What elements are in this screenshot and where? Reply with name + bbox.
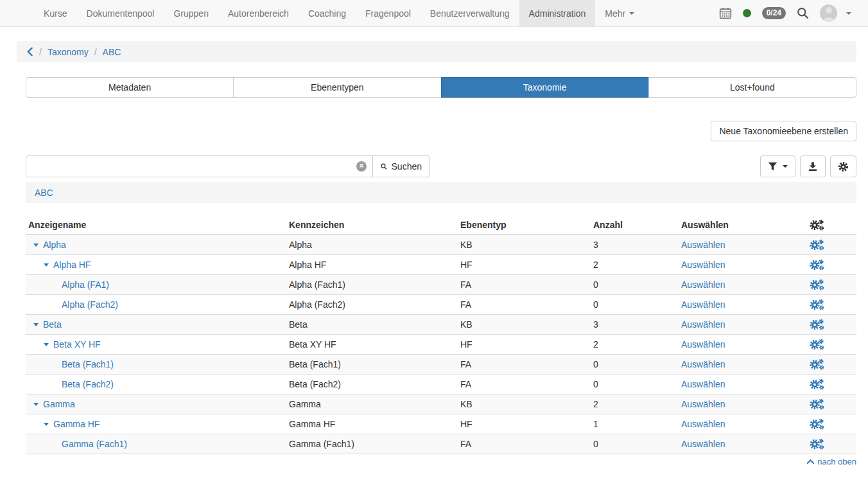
row-tools-cell xyxy=(807,438,856,450)
auswaehlen-link[interactable]: Auswählen xyxy=(681,299,725,310)
ebenentyp-cell: HF xyxy=(458,260,591,270)
tab-taxonomie[interactable]: Taxonomie xyxy=(441,77,649,98)
cogs-icon[interactable] xyxy=(810,398,824,411)
anzeigename-cell: Beta xyxy=(26,319,286,330)
avatar xyxy=(820,4,837,22)
cogs-icon[interactable] xyxy=(810,339,824,351)
cogs-icon[interactable] xyxy=(810,418,824,430)
table-settings-button[interactable] xyxy=(830,155,856,177)
auswaehlen-cell: Auswählen xyxy=(679,399,807,409)
tab-metadaten[interactable]: Metadaten xyxy=(26,77,234,98)
taxonomy-level-link[interactable]: Beta XY HF xyxy=(53,339,101,350)
calendar-icon[interactable] xyxy=(719,7,732,19)
taxonomy-level-link[interactable]: Beta xyxy=(43,319,62,330)
nav-item-autorenbereich[interactable]: Autorenbereich xyxy=(218,0,299,26)
taxonomy-level-link[interactable]: Alpha (Fach2) xyxy=(62,299,118,310)
taxonomy-level-link[interactable]: Beta (Fach1) xyxy=(62,359,114,369)
tree-collapse-icon[interactable] xyxy=(33,323,39,326)
taxonomy-level-link[interactable]: Beta (Fach2) xyxy=(62,379,114,389)
search-input[interactable] xyxy=(26,155,373,177)
clear-search-icon[interactable]: × xyxy=(356,161,367,172)
cogs-icon[interactable] xyxy=(810,299,824,311)
nav-item-label: Coaching xyxy=(308,8,346,19)
tree-collapse-icon[interactable] xyxy=(44,343,49,346)
nav-item-dokumentenpool[interactable]: Dokumentenpool xyxy=(77,0,164,26)
auswaehlen-link[interactable]: Auswählen xyxy=(681,379,725,389)
counter-badge[interactable]: 0/24 xyxy=(762,7,786,19)
auswaehlen-link[interactable]: Auswählen xyxy=(681,319,725,330)
tab-lost+found[interactable]: Lost+found xyxy=(648,77,856,98)
auswaehlen-link[interactable]: Auswählen xyxy=(681,279,725,290)
breadcrumb-separator: / xyxy=(94,47,97,57)
auswaehlen-link[interactable]: Auswählen xyxy=(681,260,725,270)
col-anzeigename[interactable]: Anzeigename xyxy=(26,220,286,230)
anzeigename-cell: Alpha (FA1) xyxy=(26,279,286,290)
cogs-icon[interactable] xyxy=(810,239,824,251)
cogs-icon[interactable] xyxy=(810,279,824,291)
auswaehlen-link[interactable]: Auswählen xyxy=(681,419,725,429)
table-row: Gamma (Fach1) Gamma (Fach1) FA 0 Auswähl… xyxy=(26,434,856,454)
table-row: Alpha HF Alpha HF HF 2 Auswählen xyxy=(26,255,856,275)
col-ebenentyp[interactable]: Ebenentyp xyxy=(458,220,591,230)
taxonomy-level-link[interactable]: Alpha HF xyxy=(53,260,91,270)
cogs-icon[interactable] xyxy=(810,319,824,331)
nav-item-fragenpool[interactable]: Fragenpool xyxy=(356,0,421,26)
nav-item-gruppen[interactable]: Gruppen xyxy=(164,0,218,26)
col-kennzeichen[interactable]: Kennzeichen xyxy=(286,220,458,230)
kennzeichen-cell: Beta xyxy=(286,319,458,330)
tab-ebenentypen[interactable]: Ebenentypen xyxy=(233,77,441,98)
breadcrumb-link-abc[interactable]: ABC xyxy=(103,47,121,57)
kennzeichen-cell: Alpha (Fach2) xyxy=(286,299,458,310)
table-row: Gamma Gamma KB 2 Auswählen xyxy=(26,394,856,414)
download-button[interactable] xyxy=(800,155,826,177)
taxonomy-level-link[interactable]: Gamma HF xyxy=(53,419,100,429)
tree-collapse-icon[interactable] xyxy=(44,423,49,426)
col-anzahl[interactable]: Anzahl xyxy=(591,220,679,230)
cogs-icon[interactable] xyxy=(810,259,824,271)
back-to-top-link[interactable]: nach oben xyxy=(817,457,856,466)
nav-item-benutzerverwaltung[interactable]: Benutzerverwaltung xyxy=(421,0,519,26)
table-row: Beta Beta KB 3 Auswählen xyxy=(26,315,856,335)
nav-item-kurse[interactable]: Kurse xyxy=(34,0,77,26)
user-menu[interactable] xyxy=(820,4,851,22)
back-chevron-icon[interactable] xyxy=(26,47,33,57)
taxonomy-level-link[interactable]: Gamma (Fach1) xyxy=(62,439,127,449)
breadcrumb: / Taxonomy / ABC xyxy=(17,41,856,62)
filter-button[interactable] xyxy=(760,155,795,177)
cogs-icon[interactable] xyxy=(810,219,824,231)
cogs-icon[interactable] xyxy=(810,438,824,450)
taxonomy-level-link[interactable]: Alpha (FA1) xyxy=(62,279,109,290)
auswaehlen-cell: Auswählen xyxy=(679,419,807,429)
auswaehlen-link[interactable]: Auswählen xyxy=(681,339,725,350)
search-button[interactable]: Suchen xyxy=(372,155,430,177)
tree-collapse-icon[interactable] xyxy=(44,263,49,267)
auswaehlen-link[interactable]: Auswählen xyxy=(681,399,725,409)
auswaehlen-link[interactable]: Auswählen xyxy=(681,240,725,250)
taxonomy-level-link[interactable]: Gamma xyxy=(43,399,75,409)
nav-item-mehr[interactable]: Mehr xyxy=(595,0,644,26)
table-row: Beta XY HF Beta XY HF HF 2 Auswählen xyxy=(26,335,856,355)
nav-item-administration[interactable]: Administration xyxy=(519,0,596,26)
chevron-up-icon xyxy=(806,459,815,465)
tree-collapse-icon[interactable] xyxy=(33,403,39,406)
breadcrumb-link-taxonomy[interactable]: Taxonomy xyxy=(48,47,89,57)
create-taxonomy-level-button[interactable]: Neue Taxonomieebene erstellen xyxy=(711,121,856,141)
tree-collapse-icon[interactable] xyxy=(33,243,39,247)
anzahl-cell: 0 xyxy=(591,359,679,369)
nav-item-coaching[interactable]: Coaching xyxy=(299,0,356,26)
row-tools-cell xyxy=(807,398,856,411)
filter-icon xyxy=(768,162,777,171)
tab-label: Metadaten xyxy=(108,82,151,93)
auswaehlen-link[interactable]: Auswählen xyxy=(681,439,725,449)
search-icon[interactable] xyxy=(797,7,809,19)
taxonomy-level-link[interactable]: Alpha xyxy=(43,240,66,250)
cogs-icon[interactable] xyxy=(810,378,824,391)
anzeigename-cell: Alpha (Fach2) xyxy=(26,299,286,310)
footer: nach oben xyxy=(26,457,856,466)
taxonomy-root-link[interactable]: ABC xyxy=(35,188,53,198)
cogs-icon[interactable] xyxy=(810,358,824,371)
auswaehlen-link[interactable]: Auswählen xyxy=(681,359,725,369)
row-tools-cell xyxy=(807,358,856,371)
anzahl-cell: 0 xyxy=(591,439,679,449)
table-row: Alpha (Fach2) Alpha (Fach2) FA 0 Auswähl… xyxy=(26,295,856,315)
